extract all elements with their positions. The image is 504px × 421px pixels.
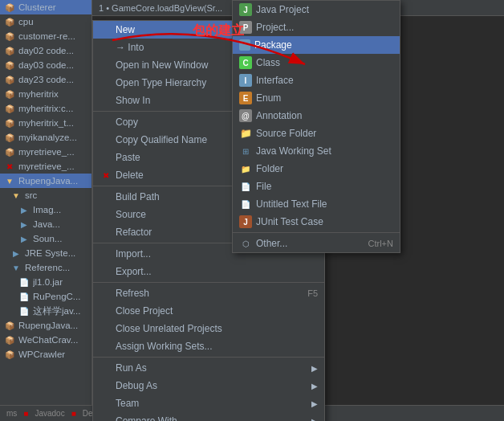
tree-label: WeChatCrav... xyxy=(18,335,78,345)
tree-item-myheritrixc[interactable]: 📦 myheritrix:c... xyxy=(0,101,91,116)
interface-icon: I xyxy=(239,74,252,87)
submenu-label: Untitled Text File xyxy=(256,198,327,210)
submenu-item-annotation[interactable]: @ Annotation xyxy=(233,107,400,125)
submenu-item-java-project[interactable]: J Java Project xyxy=(233,1,400,18)
tree-item-myretrieve1[interactable]: 📦 myretrieve_... xyxy=(0,145,91,159)
menu-item-debug-as[interactable]: Debug As ▶ xyxy=(93,377,324,394)
separator xyxy=(93,282,324,283)
error-icon: ✖ xyxy=(3,160,16,173)
tree-label: WPCrawler xyxy=(18,349,65,359)
tree-label: Java... xyxy=(33,219,60,229)
refactor-icon xyxy=(100,226,112,239)
into-icon xyxy=(100,41,112,54)
tree-item-wpcrawler[interactable]: 📦 WPCrawler xyxy=(0,347,91,362)
menu-label: Open Type Hierarchy xyxy=(116,77,206,88)
submenu-item-source-folder[interactable]: 📁 Source Folder xyxy=(233,125,400,142)
tree-item-myheritrixt[interactable]: 📦 myheritrix_t... xyxy=(0,116,91,130)
tree-label: day02 code... xyxy=(18,46,74,55)
junit-icon: J xyxy=(239,215,252,228)
status-text: ms xyxy=(6,409,17,418)
submenu-label: Project... xyxy=(256,22,294,33)
menu-label: Assign Working Sets... xyxy=(116,341,213,352)
tree-item-zheyang[interactable]: 📄 这样学jav... xyxy=(0,304,91,318)
submenu-arrow: ▶ xyxy=(311,399,318,408)
menu-item-export[interactable]: Export... xyxy=(93,263,324,280)
javadoc-text: Javadoc xyxy=(35,409,64,418)
tree-item-day03[interactable]: 📦 day03 code... xyxy=(0,58,91,72)
tree-item-rupeng[interactable]: ▼ RupengJava... xyxy=(0,174,91,188)
tree-item-customer[interactable]: 📦 customer-re... xyxy=(0,29,91,43)
submenu-item-enum[interactable]: E Enum xyxy=(233,89,400,107)
declaration-label: ■ xyxy=(71,409,76,418)
build-path-icon xyxy=(100,190,112,203)
folder-icon: 📁 xyxy=(239,162,252,175)
menu-label: Close Project xyxy=(116,305,173,317)
shortcut-label: F5 xyxy=(307,288,318,298)
submenu-item-other[interactable]: ⬡ Other... Ctrl+N xyxy=(233,235,400,252)
close-unrelated-icon xyxy=(100,322,112,335)
submenu-item-untitled-text-file[interactable]: 📄 Untitled Text File xyxy=(233,195,400,213)
submenu-item-junit-test-case[interactable]: J JUnit Test Case xyxy=(233,213,400,231)
tree-item-rupengc[interactable]: 📄 RuPengC... xyxy=(0,289,91,304)
package-icon: ▶ xyxy=(18,203,30,216)
tree-item-day23[interactable]: 📦 day23 code... xyxy=(0,72,91,87)
submenu-item-file[interactable]: 📄 File xyxy=(233,178,400,195)
annotation-icon: @ xyxy=(239,109,252,122)
source-icon xyxy=(100,208,112,221)
submenu-item-class[interactable]: C Class xyxy=(233,54,400,72)
tree-item-myretrieve2[interactable]: ✖ myretrieve_... xyxy=(0,159,91,174)
jar-icon: ▶ xyxy=(10,247,22,260)
menu-item-team[interactable]: Team ▶ xyxy=(93,394,324,412)
menu-item-close-unrelated[interactable]: Close Unrelated Projects xyxy=(93,320,324,337)
close-project-icon xyxy=(100,305,112,317)
submenu-item-folder[interactable]: 📁 Folder xyxy=(233,160,400,178)
tree-item-wechat[interactable]: 📦 WeChatCrav... xyxy=(0,333,91,347)
package-icon: 📦 xyxy=(3,1,16,14)
menu-item-close-project[interactable]: Close Project xyxy=(93,302,324,320)
project-icon: P xyxy=(239,21,252,34)
tree-label: Imag... xyxy=(33,205,61,215)
submenu-label: Enum xyxy=(256,92,281,104)
tree-item-myheritrix[interactable]: 📦 myheritrix xyxy=(0,87,91,101)
submenu-label: Folder xyxy=(256,163,283,174)
tree-item-jre[interactable]: ▶ JRE Syste... xyxy=(0,246,91,260)
tree-label: RuPengC... xyxy=(33,292,80,301)
source-folder-icon: 📁 xyxy=(239,127,252,140)
tree-item-cpu[interactable]: 📦 cpu xyxy=(0,14,91,29)
tree-label: jl1.0.jar xyxy=(33,277,63,287)
tree-item-reference[interactable]: ▼ Referenc... xyxy=(0,260,91,275)
other-icon: ⬡ xyxy=(239,237,252,250)
submenu-item-project[interactable]: P Project... xyxy=(233,18,400,36)
package-icon: 📦 xyxy=(3,102,16,115)
package-icon: 📦 xyxy=(3,88,16,100)
tree-item-day02[interactable]: 📦 day02 code... xyxy=(0,43,91,58)
package-icon: 📦 xyxy=(3,73,16,86)
tree-item-jl1[interactable]: 📄 jl1.0.jar xyxy=(0,275,91,289)
tree-label: Referenc... xyxy=(25,263,70,272)
submenu-arrow: ▶ xyxy=(311,382,318,390)
package-icon: 📦 xyxy=(3,319,16,332)
new-icon xyxy=(100,23,112,36)
menu-item-assign-working-sets[interactable]: Assign Working Sets... xyxy=(93,337,324,355)
tree-item-soun[interactable]: ▶ Soun... xyxy=(0,231,91,246)
copy-icon xyxy=(100,116,112,129)
package-icon xyxy=(239,39,250,51)
tree-item-src[interactable]: ▼ src xyxy=(0,188,91,202)
tree-item-rupeng2[interactable]: 📦 RupengJava... xyxy=(0,318,91,333)
tree-item-myikanalyze[interactable]: 📦 myikanalyze... xyxy=(0,130,91,145)
menu-item-compare-with[interactable]: Compare With ▶ xyxy=(93,412,324,421)
jar-file-icon: 📄 xyxy=(18,290,30,303)
submenu-item-interface[interactable]: I Interface xyxy=(233,72,400,89)
javadoc-label: ■ xyxy=(23,409,28,418)
tree-item-clusterer[interactable]: 📦 Clusterer xyxy=(0,0,91,14)
menu-item-run-as[interactable]: Run As ▶ xyxy=(93,359,324,377)
tree-label: myheritrix:c... xyxy=(18,104,73,113)
tree-item-java[interactable]: ▶ Java... xyxy=(0,217,91,231)
submenu-item-java-working-set[interactable]: ⊞ Java Working Set xyxy=(233,142,400,160)
tree-label: day23 code... xyxy=(18,75,74,84)
submenu-item-package[interactable]: Package xyxy=(233,36,400,54)
tree-label: myikanalyze... xyxy=(18,133,77,142)
menu-label: Delete xyxy=(116,170,144,181)
tree-item-imag[interactable]: ▶ Imag... xyxy=(0,202,91,217)
menu-item-refresh[interactable]: Refresh F5 xyxy=(93,284,324,302)
